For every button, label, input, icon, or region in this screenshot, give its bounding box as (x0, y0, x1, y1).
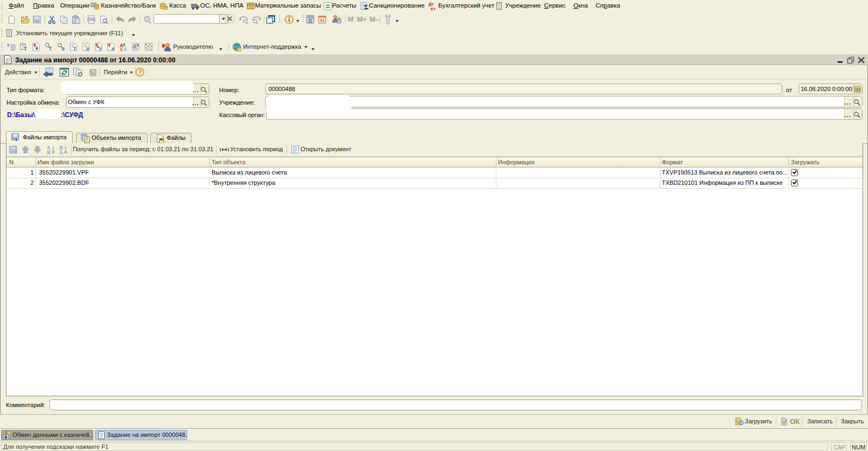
svg-text:Σ: Σ (120, 47, 123, 52)
svg-text:T: T (73, 46, 76, 51)
svg-text:T: T (49, 46, 52, 51)
svg-text:31: 31 (320, 18, 325, 23)
svg-text:Σ: Σ (364, 3, 369, 10)
svg-text:Σ: Σ (7, 43, 10, 48)
svg-text:Я: Я (47, 150, 50, 155)
svg-text:ЕОК: ЕОК (11, 150, 18, 153)
svg-text:К: К (123, 43, 126, 47)
svg-text:А: А (59, 150, 63, 155)
svg-text:Дт: Дт (429, 2, 434, 7)
svg-text:Я: Я (59, 145, 63, 151)
svg-text:T: T (99, 47, 102, 51)
svg-text:К: К (137, 43, 139, 47)
svg-text:А: А (47, 145, 50, 151)
svg-text:T: T (24, 46, 27, 51)
svg-text:?: ? (138, 69, 142, 75)
svg-text:Кт: Кт (431, 7, 436, 11)
